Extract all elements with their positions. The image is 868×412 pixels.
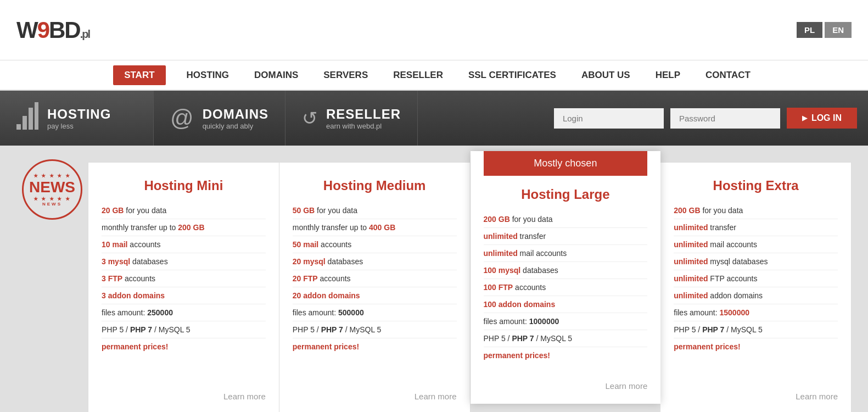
nav-about[interactable]: ABOUT US xyxy=(577,68,635,83)
banner-reseller-text: RESELLER earn with webd.pl xyxy=(326,107,401,130)
plan-large-feature-3: unlimited mail accounts xyxy=(484,245,648,262)
plan-extra-feature-8: PHP 5 / PHP 7 / MySQL 5 xyxy=(674,321,838,338)
plan-medium-feature-7: files amount: 500000 xyxy=(293,304,457,321)
nav-help[interactable]: HELP xyxy=(651,68,685,83)
plan-medium-feature-5: 20 FTP accounts xyxy=(293,270,457,287)
plan-large-feature-9: permanent prices! xyxy=(484,347,648,364)
plan-large-feature-6: 100 addon domains xyxy=(484,296,648,313)
plan-extra-feature-6: unlimited addon domains xyxy=(674,287,838,304)
plan-large-feature-4: 100 mysql databases xyxy=(484,262,648,279)
plan-large-feature-5: 100 FTP accounts xyxy=(484,279,648,296)
plan-extra-feature-3: unlimited mail accounts xyxy=(674,236,838,253)
svg-rect-1 xyxy=(23,116,27,130)
plan-mini-feature-8: PHP 5 / PHP 7 / MySQL 5 xyxy=(102,321,266,338)
plan-medium-feature-6: 20 addon domains xyxy=(293,287,457,304)
plan-medium-learn-more[interactable]: Learn more xyxy=(293,387,457,401)
nav-start[interactable]: START xyxy=(113,65,165,85)
plan-mini-title: Hosting Mini xyxy=(102,178,266,193)
nav-domains[interactable]: DOMAINS xyxy=(250,68,303,83)
banner-bar: HOSTING pay less @ DOMAINS quickly and a… xyxy=(0,91,868,146)
lang-pl-button[interactable]: PL xyxy=(797,22,822,38)
plan-mini-feature-9: permanent prices! xyxy=(102,338,266,355)
plan-extra-feature-5: unlimited FTP accounts xyxy=(674,270,838,287)
banner-login-area: LOG IN xyxy=(554,108,868,129)
logo: W9BD.pl xyxy=(16,17,89,43)
banner-hosting[interactable]: HOSTING pay less xyxy=(0,91,154,146)
plan-medium-feature-2: monthly transfer up to 400 GB xyxy=(293,219,457,236)
plan-medium-feature-8: PHP 5 / PHP 7 / MySQL 5 xyxy=(293,321,457,338)
nav-contact[interactable]: CONTACT xyxy=(701,68,755,83)
plan-mini: Hosting Mini 20 GB for you data monthly … xyxy=(88,162,279,412)
plan-large-features: 200 GB for you data unlimited transfer u… xyxy=(484,211,648,368)
plan-large-feature-7: files amount: 1000000 xyxy=(484,313,648,330)
at-icon: @ xyxy=(170,105,194,131)
plan-mini-feature-2: monthly transfer up to 200 GB xyxy=(102,219,266,236)
password-input[interactable] xyxy=(670,108,780,129)
plan-extra: Hosting Extra 200 GB for you data unlimi… xyxy=(660,162,852,412)
main-content: ★ ★ ★ ★ ★ NEWS ★ ★ ★ ★ ★ NEWS Hosting Mi… xyxy=(0,146,868,412)
plan-large-feature-2: unlimited transfer xyxy=(484,228,648,245)
hosting-icon xyxy=(16,102,38,135)
plan-mini-feature-6: 3 addon domains xyxy=(102,287,266,304)
svg-rect-3 xyxy=(35,102,38,130)
nav-servers[interactable]: SERVERS xyxy=(319,68,372,83)
top-bar: W9BD.pl PL EN xyxy=(0,0,868,60)
banner-reseller[interactable]: ↺ RESELLER earn with webd.pl xyxy=(285,91,418,146)
mostly-chosen-banner: Mostly chosen xyxy=(484,151,648,176)
banner-domains[interactable]: @ DOMAINS quickly and ably xyxy=(154,91,285,146)
plan-extra-title: Hosting Extra xyxy=(674,178,838,193)
plan-large-title: Hosting Large xyxy=(484,187,648,202)
plan-mini-feature-7: files amount: 250000 xyxy=(102,304,266,321)
reseller-icon: ↺ xyxy=(302,107,317,129)
plan-mini-feature-3: 10 mail accounts xyxy=(102,236,266,253)
plan-medium-feature-1: 50 GB for you data xyxy=(293,202,457,219)
plan-medium-feature-9: permanent prices! xyxy=(293,338,457,355)
plan-large: Mostly chosen Hosting Large 200 GB for y… xyxy=(471,151,661,404)
svg-rect-2 xyxy=(29,108,33,130)
plan-extra-feature-2: unlimited transfer xyxy=(674,219,838,236)
plan-mini-learn-more[interactable]: Learn more xyxy=(102,387,266,401)
plan-extra-feature-9: permanent prices! xyxy=(674,338,838,355)
nav-reseller[interactable]: RESELLER xyxy=(389,68,447,83)
svg-rect-0 xyxy=(16,124,21,130)
main-nav: START HOSTING DOMAINS SERVERS RESELLER S… xyxy=(0,60,868,91)
plan-large-learn-more[interactable]: Learn more xyxy=(484,377,648,391)
plan-mini-feature-1: 20 GB for you data xyxy=(102,202,266,219)
plan-medium-title: Hosting Medium xyxy=(293,178,457,193)
login-button[interactable]: LOG IN xyxy=(787,108,857,129)
plan-extra-features: 200 GB for you data unlimited transfer u… xyxy=(674,202,838,378)
nav-ssl[interactable]: SSL CERTIFICATES xyxy=(464,68,561,83)
lang-en-button[interactable]: EN xyxy=(825,22,852,38)
plan-mini-feature-5: 3 FTP accounts xyxy=(102,270,266,287)
nav-hosting[interactable]: HOSTING xyxy=(182,68,233,83)
plans-container: Hosting Mini 20 GB for you data monthly … xyxy=(88,162,852,412)
plan-medium: Hosting Medium 50 GB for you data monthl… xyxy=(279,162,471,412)
plan-large-feature-1: 200 GB for you data xyxy=(484,211,648,228)
plan-extra-feature-1: 200 GB for you data xyxy=(674,202,838,219)
login-input[interactable] xyxy=(554,108,664,129)
plan-extra-feature-4: unlimited mysql databases xyxy=(674,253,838,270)
plan-medium-features: 50 GB for you data monthly transfer up t… xyxy=(293,202,457,378)
language-switcher: PL EN xyxy=(797,22,852,38)
plan-large-feature-8: PHP 5 / PHP 7 / MySQL 5 xyxy=(484,330,648,347)
plan-mini-feature-4: 3 mysql databases xyxy=(102,253,266,270)
plan-medium-feature-4: 20 mysql databases xyxy=(293,253,457,270)
plan-extra-feature-7: files amount: 1500000 xyxy=(674,304,838,321)
plan-medium-feature-3: 50 mail accounts xyxy=(293,236,457,253)
banner-hosting-text: HOSTING pay less xyxy=(47,107,111,130)
plan-mini-features: 20 GB for you data monthly transfer up t… xyxy=(102,202,266,378)
plan-extra-learn-more[interactable]: Learn more xyxy=(674,387,838,401)
banner-domains-text: DOMAINS quickly and ably xyxy=(203,107,268,130)
news-stamp: ★ ★ ★ ★ ★ NEWS ★ ★ ★ ★ ★ NEWS xyxy=(22,159,82,220)
